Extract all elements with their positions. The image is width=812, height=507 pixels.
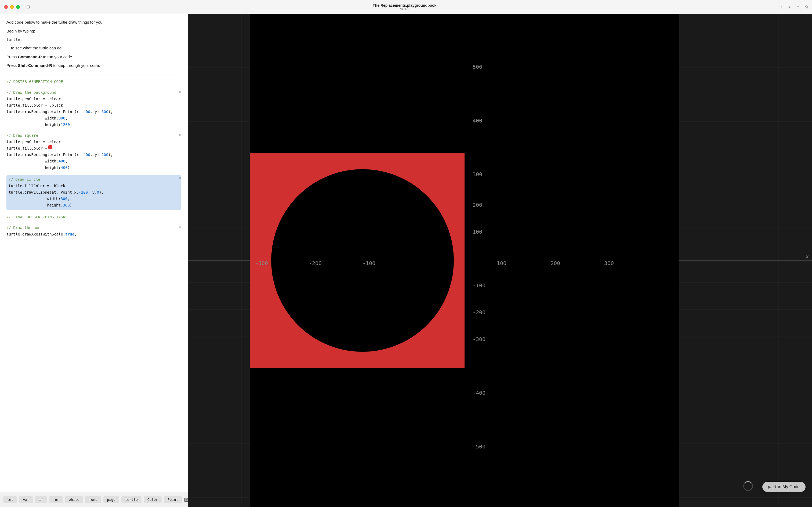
svg-text:-300: -300: [473, 336, 485, 342]
code-line-poster-comment: // POSTER GENERATION CODE: [6, 79, 181, 85]
comment-circle: // Draw circle: [9, 176, 40, 183]
code-line-ax-comment: // Draw the axes: [6, 225, 181, 231]
svg-text:-400: -400: [473, 390, 485, 396]
code-line-sq3: turtle.drawRectangle(at: Point(x: -400, …: [6, 152, 181, 158]
code-line-ci4: height: 300): [9, 202, 179, 209]
copy-ci-button[interactable]: ⧉: [179, 176, 181, 180]
housekeeping-block: // FINAL HOUSEKEEPING TASKS: [6, 214, 181, 220]
keyword-bar: let var if for while func page turtle Co…: [0, 492, 188, 507]
window-subtitle: Sketch: [400, 7, 409, 11]
code-line-bg-comment: // Draw the background: [6, 90, 181, 96]
code-line-bg3: turtle.drawRectangle(at: Point(x: -400, …: [6, 109, 181, 115]
code-scroll-area[interactable]: Add code below to make the turtle draw t…: [0, 14, 188, 492]
kw-page[interactable]: page: [103, 496, 119, 503]
canvas-panel: 500 400 300 200 100 -100 -200 -300 -400 …: [188, 14, 812, 507]
copy-sq-button[interactable]: ⧉: [179, 133, 181, 137]
maximize-button[interactable]: [16, 5, 20, 9]
shift-cmd-r-label: Shift-Command-R: [18, 63, 52, 68]
main-container: Add code below to make the turtle draw t…: [0, 14, 812, 507]
svg-text:-200: -200: [473, 309, 485, 316]
nav-add-button[interactable]: +: [794, 3, 802, 10]
svg-text:300: 300: [604, 260, 614, 266]
copy-bg-button[interactable]: ⧉: [179, 90, 181, 94]
kw-func[interactable]: func: [85, 496, 101, 503]
svg-text:400: 400: [473, 117, 482, 124]
svg-text:300: 300: [473, 171, 482, 177]
instruction-line5: Press Shift-Command-R to step through yo…: [6, 63, 181, 69]
window-title: The Replacements.playgroundbook: [373, 3, 437, 7]
traffic-lights: [4, 5, 20, 9]
kw-turtle[interactable]: turtle: [121, 496, 141, 503]
instruction-line1: Add code below to make the turtle draw t…: [6, 19, 181, 25]
titlebar-center: The Replacements.playgroundbook Sketch: [34, 3, 775, 11]
code-line-sq-comment: // Draw square: [6, 132, 181, 139]
svg-text:-100: -100: [473, 282, 485, 289]
code-snippet: turtle.: [6, 37, 181, 43]
code-line-sq5: height: 400): [6, 165, 181, 171]
titlebar: ⊟ The Replacements.playgroundbook Sketch…: [0, 0, 812, 14]
instruction-line4-suffix: to run your code.: [42, 55, 73, 59]
code-line-bg5: height: 1200): [6, 122, 181, 128]
code-line-ci-comment: // Draw circle: [9, 176, 179, 183]
code-panel: Add code below to make the turtle draw t…: [0, 14, 188, 507]
code-line-sq2: turtle.fillColor =: [6, 145, 181, 152]
nav-forward-button[interactable]: ›: [786, 3, 792, 10]
canvas-svg: 500 400 300 200 100 -100 -200 -300 -400 …: [188, 14, 812, 507]
nav-back-button[interactable]: ‹: [778, 3, 784, 10]
comment-poster: // POSTER GENERATION CODE: [6, 79, 63, 85]
comment-square: // Draw square: [6, 132, 38, 139]
code-line-ax1: turtle.drawAxes(withScale: true,: [6, 231, 181, 238]
code-line-bg2: turtle.fillColor = .black: [6, 102, 181, 109]
code-line-hk-comment: // FINAL HOUSEKEEPING TASKS: [6, 214, 181, 220]
canvas-container: 500 400 300 200 100 -100 -200 -300 -400 …: [188, 14, 812, 507]
close-button[interactable]: [4, 5, 8, 9]
kw-let[interactable]: let: [3, 496, 17, 503]
svg-text:200: 200: [473, 202, 482, 208]
kw-var[interactable]: var: [19, 496, 33, 503]
divider: [6, 74, 181, 74]
kw-color[interactable]: Color: [143, 496, 162, 503]
instruction-line2: Begin by typing:: [6, 28, 181, 35]
kw-for[interactable]: for: [49, 496, 63, 503]
svg-text:-200: -200: [309, 260, 322, 266]
comment-bg: // Draw the background: [6, 90, 56, 96]
svg-text:500: 500: [473, 64, 482, 70]
comment-housekeeping: // FINAL HOUSEKEEPING TASKS: [6, 214, 68, 220]
circle-block: // Draw circle turtle.fillColor = .black…: [6, 175, 181, 210]
bg-block: // Draw the background turtle.penColor =…: [6, 90, 181, 128]
kw-while[interactable]: while: [65, 496, 83, 503]
code-line-ci2: turtle.drawEllipse(at: Point(x: -200, y:…: [9, 189, 179, 196]
run-button[interactable]: ▶ Run My Code: [762, 482, 806, 492]
square-block: // Draw square turtle.penColor = .clear …: [6, 132, 181, 171]
run-icon: ▶: [768, 485, 771, 489]
kw-point[interactable]: Point: [164, 496, 182, 503]
instruction-line5-suffix: to step through your code.: [52, 63, 100, 68]
code-line-sq1: turtle.penColor = .clear: [6, 139, 181, 145]
svg-text:100: 100: [497, 260, 507, 266]
svg-text:200: 200: [550, 260, 560, 266]
minimize-button[interactable]: [10, 5, 14, 9]
svg-text:-100: -100: [362, 260, 375, 266]
kw-if[interactable]: if: [35, 496, 47, 503]
color-swatch-red[interactable]: [48, 145, 52, 149]
copy-axes-button[interactable]: ⧉: [179, 225, 181, 229]
code-line-bg4: width: 800,: [6, 115, 181, 122]
axes-block: // Draw the axes turtle.drawAxes(withSca…: [6, 225, 181, 238]
share-button[interactable]: ⎋: [805, 4, 808, 10]
svg-text:-500: -500: [473, 443, 485, 450]
instructions-block: Add code below to make the turtle draw t…: [6, 19, 181, 69]
svg-text:-300: -300: [255, 260, 268, 266]
code-line-ci1: turtle.fillColor = .black: [9, 183, 179, 189]
run-label: Run My Code: [773, 485, 800, 489]
comment-axes: // Draw the axes: [6, 225, 43, 231]
poster-comment-block: // POSTER GENERATION CODE: [6, 79, 181, 85]
keyboard-toggle-button[interactable]: ⌨: [184, 497, 188, 503]
code-line-ci3: width: 300,: [9, 196, 179, 202]
svg-text:x: x: [806, 253, 809, 260]
cmd-r-label: Command-R: [18, 55, 42, 59]
sidebar-toggle-button[interactable]: ⊟: [25, 3, 31, 10]
instruction-line3: ... to see what the turtle can do.: [6, 45, 181, 51]
code-line-bg1: turtle.penColor = .clear: [6, 96, 181, 102]
svg-text:100: 100: [473, 229, 482, 235]
code-area[interactable]: // POSTER GENERATION CODE // Draw the ba…: [6, 79, 181, 238]
